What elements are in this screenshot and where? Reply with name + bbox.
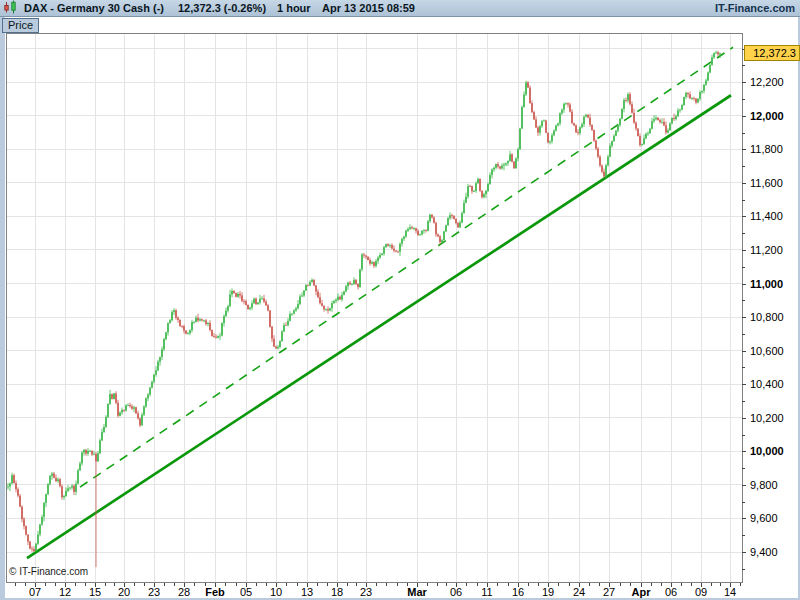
x-axis-tick — [376, 583, 377, 586]
x-axis-tick — [114, 583, 115, 586]
y-axis-label: 9,400 — [750, 546, 778, 558]
y-axis-label: 10,200 — [750, 412, 784, 424]
brand-label: IT-Finance.com — [715, 0, 795, 16]
price-tab[interactable]: Price — [2, 18, 39, 33]
x-axis-tick — [297, 583, 298, 586]
x-axis-label: 19 — [542, 586, 554, 598]
y-axis-label: 10,000 — [750, 445, 784, 457]
chart-datetime: Apr 13 2015 08:59 — [322, 0, 415, 16]
x-axis-tick — [691, 583, 692, 586]
x-axis-label: 23 — [148, 586, 160, 598]
x-axis-tick — [75, 583, 76, 586]
y-axis-label: 10,600 — [750, 345, 784, 357]
x-axis-tick — [558, 583, 559, 586]
x-axis-tick — [497, 583, 498, 586]
x-axis-tick — [528, 583, 529, 586]
x-axis-tick — [327, 583, 328, 586]
y-axis-tick — [742, 468, 745, 469]
y-axis-tick — [742, 367, 745, 368]
y-axis-tick — [742, 200, 745, 201]
x-axis-label: Feb — [205, 586, 225, 598]
x-axis-label: 06 — [450, 586, 462, 598]
x-axis-tick — [85, 583, 86, 586]
x-axis-tick — [194, 583, 195, 586]
x-axis-tick — [45, 583, 46, 586]
y-axis-tick — [742, 435, 745, 436]
x-axis-label: 05 — [240, 586, 252, 598]
trendline-solid[interactable] — [27, 95, 731, 558]
y-axis-label: 11,400 — [750, 210, 783, 222]
x-axis-label: 24 — [573, 586, 585, 598]
y-axis-tick — [742, 133, 745, 134]
x-axis-label: Mar — [407, 586, 427, 598]
x-axis-label: 06 — [665, 586, 677, 598]
x-axis-tick — [477, 583, 478, 586]
last-price-tag: 12,372.3 — [744, 45, 800, 61]
x-axis-label: 20 — [118, 586, 130, 598]
x-axis-tick — [317, 583, 318, 586]
x-axis: 071215202328Feb0510131823Mar061116192427… — [6, 583, 743, 600]
x-axis-tick — [286, 583, 287, 586]
y-axis-label: 10,400 — [750, 378, 784, 390]
y-axis-label: 10,800 — [750, 311, 784, 323]
x-axis-tick — [740, 583, 741, 586]
x-axis-tick — [620, 583, 621, 586]
x-axis-label: 11 — [481, 586, 492, 598]
x-axis-label: 16 — [512, 586, 524, 598]
y-axis-tick — [742, 351, 746, 352]
x-axis-tick — [144, 583, 145, 586]
x-axis-tick — [651, 583, 652, 586]
y-axis-tick — [742, 485, 746, 486]
x-axis-tick — [599, 583, 600, 586]
y-axis-label: 11,600 — [750, 177, 783, 189]
x-axis-tick — [508, 583, 509, 586]
app-header: DAX - Germany 30 Cash (-) 12,372.3 (-0.2… — [0, 0, 800, 17]
y-axis-tick — [742, 300, 745, 301]
chart-price: 12,372.3 (-0.26%) — [178, 0, 266, 16]
y-axis-tick — [742, 99, 745, 100]
x-axis-tick — [134, 583, 135, 586]
y-axis-tick — [742, 317, 746, 318]
x-axis-tick — [105, 583, 106, 586]
y-axis-tick — [742, 334, 745, 335]
x-axis-label: 10 — [270, 586, 282, 598]
y-axis-tick — [742, 284, 746, 285]
x-axis-tick — [538, 583, 539, 586]
x-axis-label: 18 — [331, 586, 343, 598]
x-axis-tick — [466, 583, 467, 586]
y-axis-label: 9,600 — [750, 512, 778, 524]
x-axis-tick — [266, 583, 267, 586]
candlestick-icon — [3, 0, 18, 18]
x-axis-tick — [386, 583, 387, 586]
x-axis-tick — [720, 583, 721, 586]
y-axis-tick — [742, 552, 746, 553]
x-axis-tick — [437, 583, 438, 586]
y-axis-tick — [742, 384, 746, 385]
x-axis-tick — [225, 583, 226, 586]
chart-title: DAX - Germany 30 Cash (-) — [24, 0, 164, 16]
chart-timeframe: 1 hour — [277, 0, 311, 16]
y-axis-tick — [742, 82, 746, 83]
price-tab-label: Price — [8, 19, 33, 31]
x-axis-tick — [236, 583, 237, 586]
x-axis-tick — [569, 583, 570, 586]
y-axis-tick — [742, 518, 746, 519]
y-axis-label: 12,000 — [750, 110, 784, 122]
x-axis-label: Apr — [632, 586, 651, 598]
x-axis-tick — [25, 583, 26, 586]
x-axis-label: 12 — [59, 586, 71, 598]
x-axis-tick — [397, 583, 398, 586]
y-axis-tick — [742, 418, 746, 419]
x-axis-label: 27 — [603, 586, 615, 598]
x-axis-tick — [446, 583, 447, 586]
y-axis-tick — [742, 502, 745, 503]
y-axis-tick — [742, 401, 745, 402]
y-axis-tick — [742, 451, 746, 452]
x-axis-label: 23 — [360, 586, 372, 598]
x-axis-tick — [256, 583, 257, 586]
x-axis-tick — [661, 583, 662, 586]
trendline-dashed[interactable] — [80, 47, 733, 487]
chart-canvas[interactable] — [7, 34, 742, 582]
x-axis-label: 13 — [301, 586, 313, 598]
x-axis-tick — [356, 583, 357, 586]
